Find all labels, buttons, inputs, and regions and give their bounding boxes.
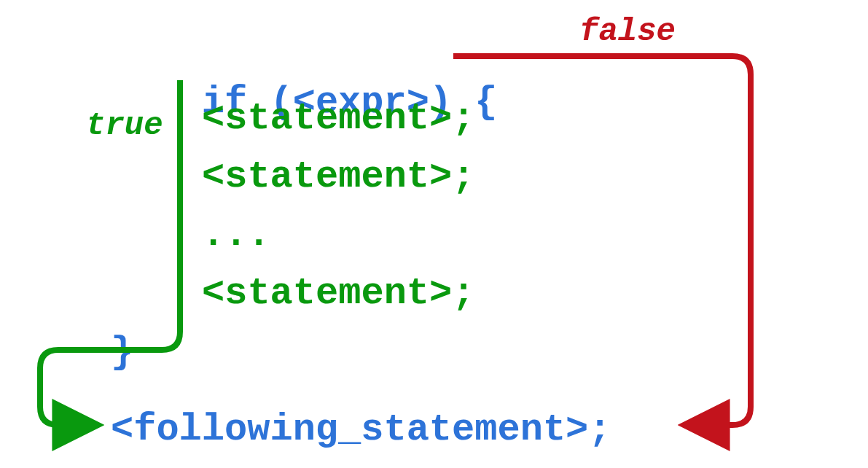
if-statement-diagram: if (<expr>) { <statement>; <statement>; …: [0, 0, 868, 468]
true-arrow-path: [40, 80, 180, 425]
false-arrow-path: [453, 56, 751, 425]
flow-arrows: [0, 0, 868, 468]
